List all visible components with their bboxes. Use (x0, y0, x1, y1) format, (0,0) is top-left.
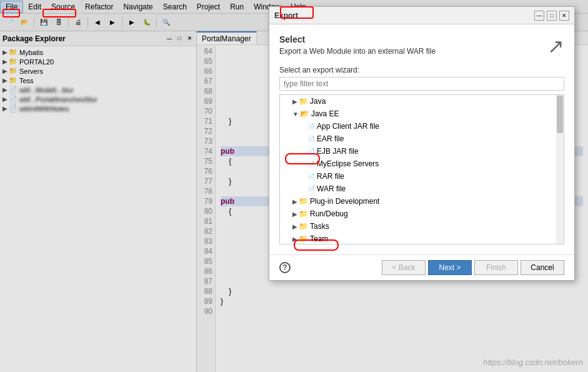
tree-label-ear: EAR file (317, 134, 344, 143)
tree-label-appclient: App Client JAR file (317, 122, 379, 131)
dialog-title: Export (274, 11, 534, 20)
tree-label-javaee: Java EE (311, 109, 339, 118)
file-icon-war: 📄 (307, 186, 315, 193)
expand-tasks[interactable]: ▶ (292, 223, 297, 230)
expand-plugin[interactable]: ▶ (292, 198, 297, 205)
tree-myeclipse[interactable]: 📄 MyEclipse Servers (280, 158, 564, 170)
finish-button[interactable]: Finish (474, 260, 518, 275)
dialog-body: Select Export a Web Module into an exter… (269, 24, 574, 254)
tree-app-client[interactable]: 📄 App Client JAR file (280, 120, 564, 133)
export-dialog: Export — □ ✕ Select Export a Web Module … (269, 6, 575, 281)
expand-java[interactable]: ▶ (292, 98, 297, 105)
filter-label: Select an export wizard: (279, 66, 564, 74)
dialog-maximize-btn[interactable]: □ (547, 11, 557, 21)
tree-label-tasks: Tasks (310, 222, 329, 231)
export-icon: ↗ (547, 34, 564, 58)
tree-ejb[interactable]: 📄 EJB JAR file (280, 145, 564, 158)
help-btn[interactable]: ? (279, 262, 291, 273)
back-button[interactable]: < Back (382, 260, 426, 275)
tree-label-java: Java (310, 97, 326, 106)
tree-javaee[interactable]: ▼ 📂 Java EE (280, 108, 564, 120)
folder-icon-java: 📁 (299, 97, 308, 106)
tree-label-ejb: EJB JAR file (317, 147, 359, 156)
file-icon-myeclipse: 📄 (307, 161, 315, 168)
watermark: https://blog.csdn.net/bokern (483, 358, 583, 367)
expand-team[interactable]: ▶ (292, 236, 297, 243)
tree-scrollbar[interactable] (556, 95, 564, 244)
filter-input[interactable] (279, 77, 564, 91)
tree-team[interactable]: ▶ 📁 Team (280, 233, 564, 244)
wizard-tree: ▶ 📁 Java ▼ 📂 Java EE (279, 94, 564, 244)
tree-rar[interactable]: 📄 RAR file (280, 170, 564, 183)
dialog-overlay: Export — □ ✕ Select Export a Web Module … (0, 0, 588, 372)
tree-label-rundebug: Run/Debug (310, 209, 348, 218)
expand-javaee[interactable]: ▼ (292, 111, 299, 118)
folder-icon-team: 📁 (299, 234, 308, 243)
dialog-close-btn[interactable]: ✕ (559, 11, 569, 21)
dialog-minimize-btn[interactable]: — (534, 11, 544, 21)
dialog-footer: ? < Back Next > Finish Cancel (269, 254, 574, 280)
tree-label-plugin: Plug-in Development (310, 197, 379, 206)
ide-background: File Edit Source Refactor Navigate Searc… (0, 0, 588, 372)
tree-rundebug[interactable]: ▶ 📁 Run/Debug (280, 208, 564, 220)
tree-ear[interactable]: 📄 EAR file (280, 133, 564, 145)
cancel-button[interactable]: Cancel (521, 260, 564, 275)
tree-war[interactable]: 📄 WAR file (280, 183, 564, 195)
tree-label-myeclipse: MyEclipse Servers (317, 159, 379, 168)
tree-scrollbar-thumb[interactable] (557, 96, 563, 133)
tree-label-rar: RAR file (317, 172, 344, 181)
dialog-controls: — □ ✕ (534, 11, 569, 21)
tree-label-team: Team (310, 234, 328, 243)
folder-icon-rundebug: 📁 (299, 209, 308, 218)
file-icon-ear: 📄 (307, 136, 315, 143)
file-icon-rar: 📄 (307, 173, 315, 180)
tree-tasks[interactable]: ▶ 📁 Tasks (280, 220, 564, 233)
expand-rundebug[interactable]: ▶ (292, 211, 297, 218)
dialog-section-title: Select (279, 34, 436, 44)
tree-java[interactable]: ▶ 📁 Java (280, 95, 564, 108)
folder-icon-plugin: 📁 (299, 197, 308, 206)
file-icon-ejb: 📄 (307, 148, 315, 155)
next-button[interactable]: Next > (428, 260, 472, 275)
tree-label-war: WAR file (317, 184, 346, 193)
dialog-description: Export a Web Module into an external WAR… (279, 47, 436, 56)
folder-icon-javaee: 📂 (300, 109, 309, 118)
file-icon-appclient: 📄 (307, 123, 315, 130)
help-icon[interactable]: ? (279, 262, 291, 273)
dialog-titlebar: Export — □ ✕ (269, 7, 574, 24)
folder-icon-tasks: 📁 (299, 222, 308, 231)
tree-plugin[interactable]: ▶ 📁 Plug-in Development (280, 195, 564, 208)
